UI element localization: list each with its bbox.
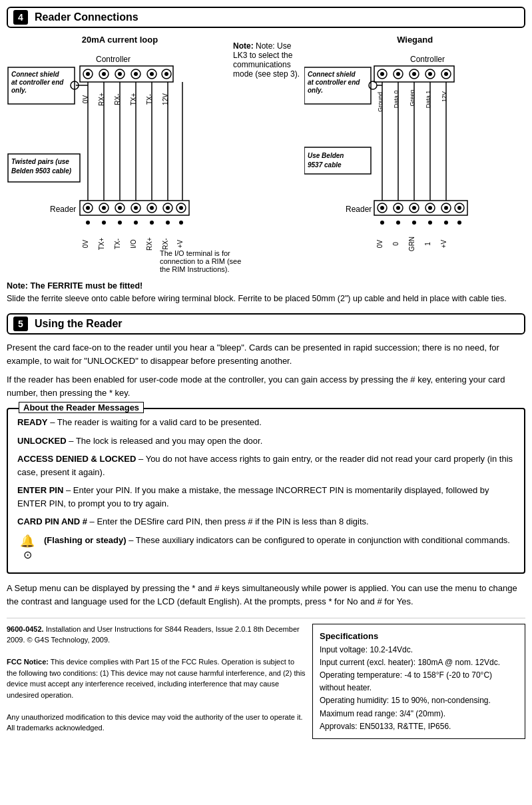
svg-point-106: [428, 206, 432, 210]
svg-text:9537 cable: 9537 cable: [308, 161, 342, 169]
fcc-title: FCC Notice:: [7, 658, 49, 666]
svg-point-113: [412, 221, 416, 225]
svg-rect-94: [304, 147, 371, 174]
svg-point-111: [380, 221, 384, 225]
svg-point-54: [134, 221, 138, 225]
svg-point-9: [102, 72, 106, 76]
specs-line-4: Operating humidity: 15 to 90%, non-conde…: [320, 694, 518, 707]
bell-icons: 🔔 ⊙: [17, 534, 37, 560]
setup-text: A Setup menu can be displayed by pressin…: [7, 582, 525, 608]
section5-para2: If the reader has been enabled for user-…: [7, 373, 525, 400]
svg-point-108: [444, 206, 448, 210]
fcc-text: This device complies with Part 15 of the…: [7, 658, 306, 699]
diagram-wiegand-svg: Connect shield at controller end only. C…: [304, 47, 504, 254]
circle-icon: ⊙: [23, 550, 32, 560]
svg-point-100: [380, 206, 384, 210]
svg-text:+V: +V: [440, 239, 447, 248]
section-4-header: 4 Reader Connections: [7, 7, 525, 28]
svg-text:Controller: Controller: [410, 55, 445, 64]
keyword-ready: READY: [17, 417, 48, 427]
svg-point-51: [86, 221, 90, 225]
center-note: Note: Note: Use LK3 to select the commun…: [233, 35, 304, 79]
svg-text:RX-: RX-: [162, 238, 169, 249]
svg-point-40: [102, 206, 106, 210]
section-5-title: Using the Reader: [35, 318, 123, 330]
keyword-enter-pin: ENTER PIN: [17, 485, 63, 495]
io-terminal-note: The I/O terminal is for connection to a …: [160, 249, 246, 273]
specs-line-1: Input voltage: 10.2-14Vdc.: [320, 644, 518, 656]
svg-text:at controller end: at controller end: [308, 79, 360, 86]
section5-para1: Present the card face-on to the reader u…: [7, 341, 525, 368]
svg-point-42: [118, 206, 122, 210]
bell-icon-top: 🔔: [20, 535, 35, 547]
svg-rect-98: [374, 201, 467, 215]
svg-point-112: [396, 221, 400, 225]
footer-mod-text: Any unauthorized modification to this de…: [7, 713, 303, 732]
svg-point-75: [396, 72, 400, 76]
footer: 9600-0452. Installation and User Instruc…: [7, 618, 525, 739]
message-enter-pin: ENTER PIN – Enter your PIN. If you make …: [17, 484, 515, 510]
svg-point-102: [396, 206, 400, 210]
section-5-header: 5 Using the Reader: [7, 313, 525, 335]
ferrite-note: Note: The FERRITE must be fitted! Slide …: [7, 280, 525, 305]
svg-text:0V: 0V: [376, 240, 384, 249]
messages-box: About the Reader Messages READY – The re…: [7, 408, 525, 574]
bell-row: 🔔 ⊙ (Flashing or steady) – These auxilia…: [17, 534, 515, 560]
svg-text:I/O: I/O: [130, 239, 137, 249]
keyword-unlocked: UNLOCKED: [17, 436, 67, 446]
svg-point-52: [102, 221, 106, 225]
svg-point-115: [444, 221, 448, 225]
section-5-number: 5: [13, 317, 28, 331]
diagram-wiegand: Wiegand Connect shield at controller end…: [304, 35, 525, 256]
specs-line-6: Approvals: EN50133, R&TTE, IP656.: [320, 720, 518, 733]
svg-point-48: [166, 206, 170, 210]
svg-point-13: [134, 72, 138, 76]
svg-rect-5: [80, 66, 173, 82]
svg-point-15: [150, 72, 154, 76]
svg-text:GRN: GRN: [408, 237, 415, 251]
keyword-access-denied: ACCESS DENIED & LOCKED: [17, 454, 136, 464]
svg-point-17: [164, 72, 168, 76]
svg-text:Controller: Controller: [96, 55, 131, 64]
messages-box-title: About the Reader Messages: [19, 402, 144, 413]
svg-point-57: [179, 221, 183, 225]
svg-text:Twisted pairs (use: Twisted pairs (use: [11, 158, 69, 165]
svg-text:Reader: Reader: [346, 205, 372, 214]
svg-text:TX-: TX-: [114, 239, 121, 249]
message-card-pin: CARD PIN AND # – Enter the DESfire card …: [17, 515, 515, 528]
svg-text:Connect shield: Connect shield: [11, 71, 60, 78]
svg-text:RX+: RX+: [146, 237, 153, 251]
specs-line-5: Maximum read range: 3/4" (20mm).: [320, 708, 518, 720]
svg-point-56: [166, 221, 170, 225]
message-access-denied: ACCESS DENIED & LOCKED – You do not have…: [17, 452, 515, 478]
diagram-20ma-svg: Connect shield at controller end only. C…: [7, 47, 220, 254]
svg-point-38: [86, 206, 90, 210]
svg-point-50: [179, 206, 183, 210]
diagrams-area: 20mA current loop Connect shield at cont…: [7, 35, 525, 273]
specs-title: Specifications: [320, 630, 518, 644]
footer-ref: 9600-0452.: [7, 625, 44, 633]
svg-point-55: [150, 221, 154, 225]
footer-left: 9600-0452. Installation and User Instruc…: [7, 624, 306, 739]
svg-text:at controller end: at controller end: [11, 79, 64, 86]
svg-point-53: [118, 221, 122, 225]
svg-text:only.: only.: [11, 87, 27, 94]
svg-text:Use Belden: Use Belden: [308, 152, 344, 159]
footer-desc: Installation and User Instructions for S…: [7, 625, 300, 644]
svg-point-73: [380, 72, 384, 76]
svg-point-104: [412, 206, 416, 210]
svg-point-44: [134, 206, 138, 210]
diagram-20ma-title: 20mA current loop: [7, 35, 233, 45]
svg-point-114: [428, 221, 432, 225]
diagram-20ma: 20mA current loop Connect shield at cont…: [7, 35, 233, 273]
svg-text:TX+: TX+: [98, 238, 105, 251]
bell-text: (Flashing or steady) – These auxiliary i…: [44, 534, 510, 547]
svg-text:1: 1: [424, 242, 431, 246]
svg-point-11: [118, 72, 122, 76]
svg-point-79: [428, 72, 432, 76]
keyword-flashing: (Flashing or steady): [44, 535, 127, 545]
diagram-wiegand-title: Wiegand: [304, 35, 525, 45]
svg-text:Belden 9503 cable): Belden 9503 cable): [11, 167, 72, 175]
svg-text:+V: +V: [176, 239, 184, 248]
svg-text:0V: 0V: [82, 240, 89, 249]
